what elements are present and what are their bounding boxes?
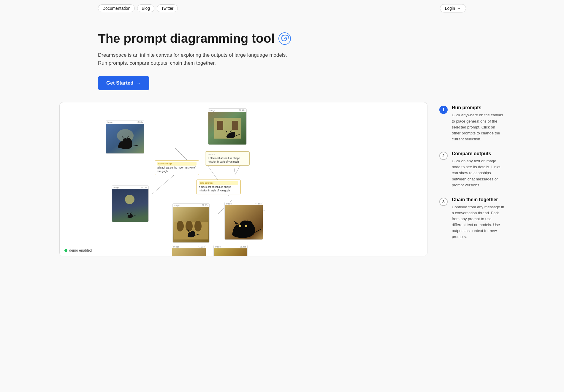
spiral-icon xyxy=(278,32,291,45)
svg-point-18 xyxy=(177,221,184,231)
get-started-button[interactable]: Get Started → xyxy=(98,76,149,90)
nav-link-blog[interactable]: Blog xyxy=(137,4,154,12)
step-3-number: 3 xyxy=(439,198,448,206)
steps-panel: 1 Run prompts Click anywhere on the canv… xyxy=(439,102,505,249)
svg-line-1 xyxy=(175,148,187,160)
svg-rect-13 xyxy=(232,121,238,130)
nav-link-docs[interactable]: Documentation xyxy=(98,4,135,12)
image-node-brown-cat[interactable]: image 44.50s xyxy=(224,202,263,240)
svg-point-19 xyxy=(186,221,193,231)
image-node-moon-night[interactable]: image 21.07s xyxy=(112,185,149,222)
step-3-title: Chain them together xyxy=(452,197,505,202)
demo-label: demo enabled xyxy=(69,248,92,253)
prompt-node-moon[interactable]: dalle-e2/image a black cat on the moon i… xyxy=(155,160,199,175)
step-1-desc: Click anywhere on the canvas to place ge… xyxy=(452,112,505,142)
canvas-inner: image 18.80s xyxy=(60,102,427,256)
image-node-partial-right[interactable]: image 21.45s xyxy=(213,245,248,256)
step-3: 3 Chain them together Continue from any … xyxy=(439,197,505,240)
prompt-node-mission[interactable]: dalle-e2/image a black cat at san luis o… xyxy=(196,180,241,194)
step-2-desc: Click on any text or image node to see i… xyxy=(452,158,505,188)
nav-links: Documentation Blog Twitter xyxy=(98,4,178,12)
canvas-container[interactable]: image 18.80s xyxy=(59,102,427,256)
image-node-street-cat[interactable]: image 12.47s xyxy=(208,108,247,145)
step-1-number: 1 xyxy=(439,106,448,114)
svg-rect-12 xyxy=(217,121,223,130)
image-node-colosseum-cat[interactable]: image 21.58s xyxy=(172,203,210,243)
step-2: 2 Compare outputs Click on any text or i… xyxy=(439,151,505,188)
demo-dot xyxy=(64,249,67,252)
step-2-title: Compare outputs xyxy=(452,151,505,156)
hero-description: Dreamspace is an infinite canvas for exp… xyxy=(98,51,288,67)
prompt-node-dalle3[interactable]: dall-e-3 a black cat at san luis obispo … xyxy=(205,151,250,166)
demo-badge: demo enabled xyxy=(64,248,92,253)
svg-point-22 xyxy=(239,225,241,227)
hero-section: The prompt diagramming tool Dreamspace i… xyxy=(0,17,564,99)
step-2-number: 2 xyxy=(439,152,448,160)
svg-point-23 xyxy=(245,225,247,227)
navbar: Documentation Blog Twitter Login → xyxy=(0,0,564,17)
image-node-moon-cat[interactable]: image 18.80s xyxy=(106,120,144,154)
step-1-title: Run prompts xyxy=(452,105,505,110)
login-button[interactable]: Login → xyxy=(440,4,466,12)
step-1: 1 Run prompts Click anywhere on the canv… xyxy=(439,105,505,142)
hero-title: The prompt diagramming tool xyxy=(98,31,466,46)
svg-point-15 xyxy=(125,195,134,204)
step-3-desc: Continue from any message in a conversat… xyxy=(452,204,505,240)
svg-point-20 xyxy=(194,221,202,231)
nav-link-twitter[interactable]: Twitter xyxy=(157,4,178,12)
image-node-partial-left[interactable]: image 41.23s xyxy=(172,245,206,256)
content-area: image 18.80s xyxy=(0,99,564,274)
